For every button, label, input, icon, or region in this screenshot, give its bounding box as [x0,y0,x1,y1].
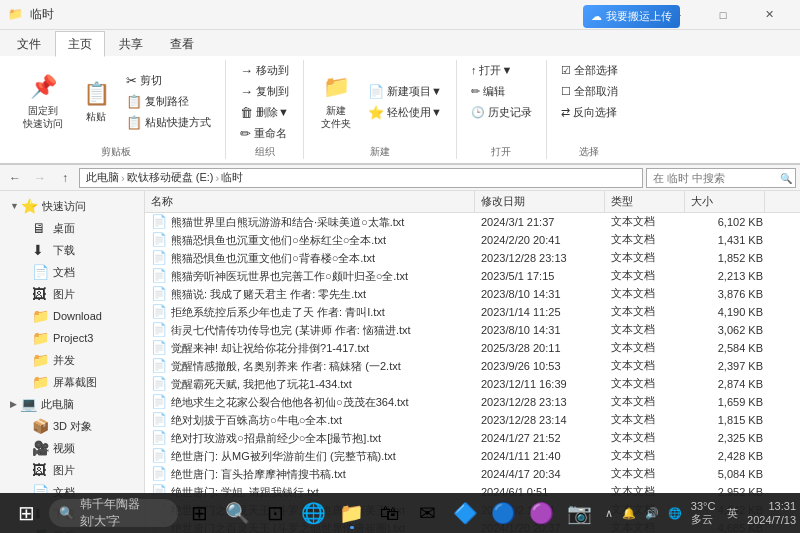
clock[interactable]: 13:31 2024/7/13 [747,499,796,528]
tab-view[interactable]: 查看 [157,31,207,56]
tray-bell[interactable]: 🔔 [619,505,639,522]
tray-weather[interactable]: 33°C 多云 [688,498,721,529]
taskbar-app-taskview[interactable]: ⊡ [258,495,294,531]
table-row[interactable]: 📄熊猫旁听神医玩世界也完善工作○颇叶归圣○全.txt 2023/5/1 17:1… [145,267,800,285]
file-icon-9: 📄 [151,376,167,391]
table-row[interactable]: 📄熊猫说: 我成了赌天君主 作者: 零先生.txt 2023/8/10 14:3… [145,285,800,303]
sidebar-item-thispc[interactable]: ▶ 💻 此电脑 [0,393,144,415]
moveto-button[interactable]: →移动到 [234,60,295,80]
table-row[interactable]: 📄街灵七代情传功传导也完 (某讲师 作者: 恼猫进.txt 2023/8/10 … [145,321,800,339]
taskbar-app-camera[interactable]: 📷 [562,495,598,531]
tab-file[interactable]: 文件 [4,31,54,56]
tray-chevron[interactable]: ∧ [602,505,616,522]
taskbar-app-explorer[interactable]: 📁 [334,495,370,531]
invertsel-button[interactable]: ⇄ 反向选择 [555,102,624,122]
sidebar-item-project3[interactable]: 📁 Project3 [0,327,144,349]
file-icon-14: 📄 [151,466,167,481]
taskbar-app-store[interactable]: 🛍 [372,495,408,531]
taskbar-app-mail[interactable]: ✉ [410,495,446,531]
taskbar-app-edge[interactable]: 🌐 [296,495,332,531]
breadcrumb-folder[interactable]: 临时 [221,170,243,185]
breadcrumb-root[interactable]: 此电脑 [86,170,119,185]
file-name-8: 📄觉醒情感撤般, 名奥别养来 作者: 稿妹猪 (一2.txt [147,358,477,374]
easyaccess-button[interactable]: ⭐轻松使用▼ [362,102,448,122]
table-row[interactable]: 📄绝世唐门: 从MG被列华游前生们 (完整节稿).txt 2024/1/11 2… [145,447,800,465]
delete-button[interactable]: 🗑删除▼ [234,102,295,122]
sidebar-item-pictures[interactable]: 🖼 图片 [0,283,144,305]
col-header-name[interactable]: 名称 [145,191,475,212]
sidebar-item-bingfa[interactable]: 📁 并发 [0,349,144,371]
sidebar-item-screenshot[interactable]: 📁 屏幕截图 [0,371,144,393]
sidebar-item-download2[interactable]: 📁 Download [0,305,144,327]
tray-volume[interactable]: 🔊 [642,505,662,522]
taskbar-app-app1[interactable]: 🔵 [486,495,522,531]
taskbar-app-vscode[interactable]: 🔷 [448,495,484,531]
file-date-0: 2024/3/1 21:37 [477,216,607,228]
newfolder-button[interactable]: 📁 新建文件夹 [312,76,360,128]
search-input[interactable] [646,168,796,188]
copypath-button[interactable]: 📋复制路径 [120,92,217,112]
tab-share[interactable]: 共享 [106,31,156,56]
up-button[interactable]: ↑ [54,167,76,189]
forward-button[interactable]: → [29,167,51,189]
close-button[interactable]: ✕ [746,0,792,30]
taskbar-app-search[interactable]: 🔍 [220,495,256,531]
table-row[interactable]: 📄绝世唐门: 盲头拾摩摩神情搜书稿.txt 2024/4/17 20:34 文本… [145,465,800,483]
file-date-14: 2024/4/17 20:34 [477,468,607,480]
taskbar-search[interactable]: 🔍 韩千年陶器刻'大'字 [49,499,178,527]
sidebar-arrow-quickaccess: ▼ [10,201,19,211]
breadcrumb-drive[interactable]: 欧钛移动硬盘 (E:) [127,170,214,185]
table-row[interactable]: 📄绝对打玫游戏○招鼎前经少○全本[撮节抱].txt 2024/1/27 21:5… [145,429,800,447]
address-path[interactable]: 此电脑 › 欧钛移动硬盘 (E:) › 临时 [79,168,643,188]
table-row[interactable]: 📄觉醒霸死天赋, 我把他了玩花1-434.txt 2023/12/11 16:3… [145,375,800,393]
col-header-date[interactable]: 修改日期 [475,191,605,212]
sidebar-item-video[interactable]: 🎥 视频 [0,437,144,459]
table-row[interactable]: 📄觉醒来神! 却让祝给你花分排倒?1-417.txt 2025/3/28 20:… [145,339,800,357]
taskbar-app-app2[interactable]: 🟣 [524,495,560,531]
copyto-button[interactable]: →复制到 [234,81,295,101]
table-row[interactable]: 📄觉醒情感撤般, 名奥别养来 作者: 稿妹猪 (一2.txt 2023/9/26… [145,357,800,375]
back-button[interactable]: ← [4,167,26,189]
pin-button[interactable]: 📌 固定到快速访问 [14,76,72,128]
table-row[interactable]: 📄绝对划拔于百蛛高坊○牛电○全本.txt 2023/12/28 23:14 文本… [145,411,800,429]
file-type-11: 文本文档 [607,412,687,427]
selectnone-button[interactable]: ☐ 全部取消 [555,81,624,101]
sidebar-item-3dobjects[interactable]: 📦 3D 对象 [0,415,144,437]
pasteshortcut-button[interactable]: 📋粘贴快捷方式 [120,113,217,133]
pasteshortcut-icon: 📋 [126,115,142,130]
tray-network[interactable]: 🌐 [665,505,685,522]
paste-button[interactable]: 📋 粘贴 [74,76,118,128]
upload-button[interactable]: ☁ 我要搬运上传 [583,5,680,28]
table-row[interactable]: 📄熊猫恐惧鱼也沉重文他们○坐标红尘○全本.txt 2024/2/20 20:41… [145,231,800,249]
open-button[interactable]: ↑ 打开▼ [465,60,538,80]
col-header-size[interactable]: 大小 [685,191,765,212]
selectall-button[interactable]: ☑ 全部选择 [555,60,624,80]
taskbar-app-windows[interactable]: ⊞ [182,495,218,531]
table-row[interactable]: 📄熊猫世界里白熊玩游游和结合·采味美道○太靠.txt 2024/3/1 21:3… [145,213,800,231]
rename-button[interactable]: ✏重命名 [234,123,295,143]
sidebar-icon-project3: 📁 [32,330,48,346]
table-row[interactable]: 📄拒绝系统控后系少年也走了天 作者: 青叫I.txt 2023/1/14 11:… [145,303,800,321]
sidebar-item-quickaccess[interactable]: ▼ ⭐ 快速访问 [0,195,144,217]
file-icon-10: 📄 [151,394,167,409]
file-size-7: 2,584 KB [687,342,767,354]
file-type-12: 文本文档 [607,430,687,445]
col-header-type[interactable]: 类型 [605,191,685,212]
tab-home[interactable]: 主页 [55,31,105,57]
history-button[interactable]: 🕒 历史记录 [465,102,538,122]
sidebar-icon-documents: 📄 [32,264,48,280]
sidebar-item-desktop[interactable]: 🖥 桌面 [0,217,144,239]
newitem-button[interactable]: 📄新建项目▼ [362,81,448,101]
sidebar-item-documents[interactable]: 📄 文档 [0,261,144,283]
table-row[interactable]: 📄绝地求生之花家公裂合他他各初仙○茂茂在364.txt 2023/12/28 2… [145,393,800,411]
sidebar-label-bingfa: 并发 [53,353,75,368]
maximize-button[interactable]: □ [700,0,746,30]
start-button[interactable]: ⊞ [4,495,49,531]
sidebar-item-downloads[interactable]: ⬇ 下载 [0,239,144,261]
table-row[interactable]: 📄熊猫恐惧鱼也沉重文他们○背春楼○全本.txt 2023/12/28 23:13… [145,249,800,267]
tray-lang[interactable]: 英 [724,504,741,523]
cut-button[interactable]: ✂剪切 [120,71,217,91]
easyaccess-icon: ⭐ [368,105,384,120]
edit-button[interactable]: ✏ 编辑 [465,81,538,101]
sidebar-item-pictures2[interactable]: 🖼 图片 [0,459,144,481]
